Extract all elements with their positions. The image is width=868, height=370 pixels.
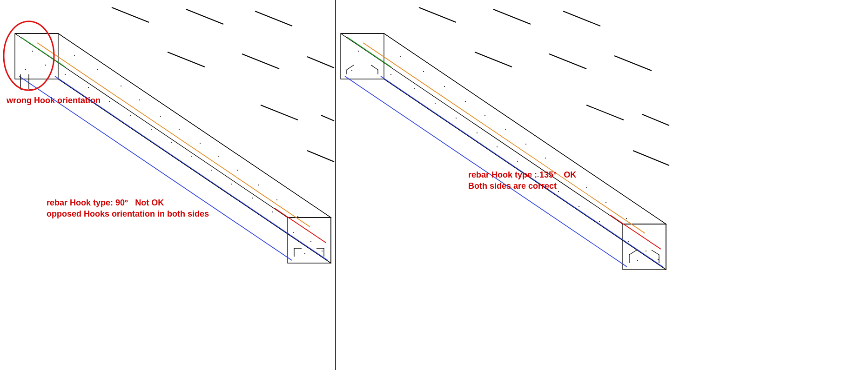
svg-line-46 [275,208,326,243]
svg-point-22 [218,156,219,157]
svg-point-61 [351,70,352,71]
svg-point-16 [97,69,98,70]
svg-point-63 [423,71,424,72]
svg-line-52 [614,56,652,71]
svg-point-84 [599,221,600,222]
svg-point-73 [626,218,627,219]
svg-line-4 [242,54,279,69]
svg-line-47 [419,7,456,22]
svg-line-2 [255,11,292,26]
svg-point-15 [74,55,75,56]
svg-point-64 [444,86,445,87]
svg-point-33 [191,156,192,157]
svg-point-13 [45,65,46,66]
svg-point-26 [297,216,298,217]
svg-point-65 [465,101,466,102]
svg-point-41 [304,253,305,254]
svg-point-62 [400,56,401,57]
svg-point-86 [646,251,646,251]
svg-rect-56 [341,33,384,79]
svg-point-29 [109,101,110,102]
svg-line-0 [112,7,149,22]
svg-point-74 [390,74,391,75]
svg-line-92 [347,37,391,67]
svg-point-85 [628,241,629,242]
svg-point-23 [237,170,238,171]
svg-point-76 [435,103,436,104]
svg-line-7 [321,115,334,121]
svg-point-68 [525,144,526,145]
svg-line-3 [168,52,205,67]
svg-line-48 [493,9,531,24]
svg-line-49 [563,11,600,26]
svg-point-87 [658,259,659,260]
svg-point-69 [545,158,546,159]
svg-point-66 [484,115,485,116]
svg-line-51 [549,54,586,69]
svg-point-40 [322,251,323,251]
svg-point-88 [637,260,638,261]
svg-point-21 [200,143,201,144]
svg-line-45 [21,37,65,67]
svg-point-32 [171,142,172,143]
svg-point-36 [252,198,253,198]
svg-point-28 [88,87,89,88]
right-caption-line2: Both sides are correct [468,180,557,192]
svg-line-8 [307,151,334,162]
svg-point-39 [310,241,311,242]
svg-point-31 [151,129,152,130]
svg-point-20 [179,129,180,130]
svg-point-17 [121,86,121,86]
svg-line-5 [307,57,334,68]
svg-point-12 [32,51,33,52]
svg-point-30 [130,115,131,116]
svg-point-24 [258,185,259,185]
svg-line-1 [186,9,223,24]
svg-point-37 [272,211,273,212]
svg-point-38 [293,232,294,233]
svg-point-34 [211,170,212,171]
svg-point-59 [358,51,359,52]
svg-point-18 [139,99,140,100]
left-caption-line1: rebar Hook type: 90° Not OK [47,197,164,208]
svg-point-27 [65,74,66,75]
svg-line-55 [633,151,669,165]
svg-line-53 [586,105,624,120]
left-caption-line2: opposed Hooks orientation in both sides [47,208,209,219]
svg-point-83 [579,206,579,207]
svg-line-54 [642,114,669,126]
svg-point-79 [497,146,498,147]
svg-point-78 [477,132,478,133]
svg-line-6 [261,105,298,120]
svg-point-77 [456,118,457,119]
svg-line-10 [58,79,331,263]
svg-point-14 [25,69,26,70]
svg-point-82 [558,191,559,192]
left-callout-text: wrong Hook orientation [7,95,101,106]
svg-line-93 [610,215,661,249]
svg-point-72 [606,202,606,203]
svg-line-50 [475,52,512,67]
svg-point-80 [517,161,518,162]
right-beam-diagram [335,0,868,370]
svg-point-67 [505,129,506,130]
svg-point-35 [231,184,232,185]
right-caption-line1: rebar Hook type : 135° OK [468,169,576,180]
svg-point-19 [160,116,161,117]
left-beam-diagram [0,0,335,370]
svg-line-91 [363,43,645,233]
svg-point-75 [414,88,415,89]
svg-point-25 [276,199,277,200]
svg-point-71 [586,187,587,188]
